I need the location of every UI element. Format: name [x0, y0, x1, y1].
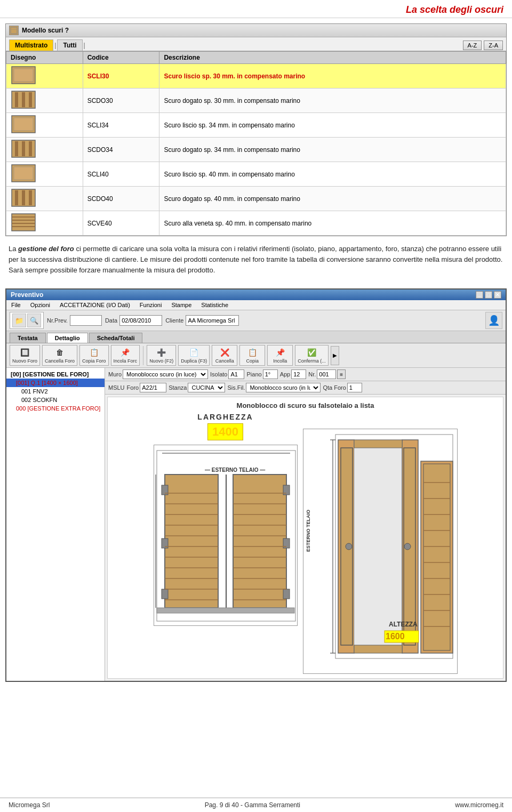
- menu-statistiche[interactable]: Statistiche: [199, 301, 230, 309]
- incolla-label: Incolla: [273, 359, 287, 364]
- sisfil-select[interactable]: Monoblocco scuro (in luce): [246, 383, 321, 392]
- tab-multistrato[interactable]: Multistrato: [9, 39, 53, 51]
- incola-forc-label: Incola Forc: [114, 359, 138, 364]
- app-input[interactable]: [291, 369, 306, 379]
- toolbar-icon-person[interactable]: 👤: [485, 312, 502, 329]
- toolbar-cliente-group: Cliente: [165, 315, 239, 326]
- data-input[interactable]: [119, 315, 162, 326]
- toolbar-icon-search[interactable]: 🔍: [27, 313, 41, 327]
- btn-copia[interactable]: 📋 Copia: [239, 345, 265, 366]
- btn-nuovo-f2[interactable]: ➕ Nuovo (F2): [147, 345, 176, 366]
- qta-foro-input[interactable]: [347, 383, 362, 392]
- svg-rect-17: [15, 190, 18, 205]
- duplica-f3-icon: 📄: [188, 347, 201, 358]
- menu-funzioni[interactable]: Funzioni: [138, 301, 164, 309]
- table-row[interactable]: SCLI30Scuro liscio sp. 30 mm. in compens…: [6, 64, 506, 89]
- cancella-icon: ❌: [218, 347, 231, 358]
- tree-item-extra-foro[interactable]: 000 [GESTIONE EXTRA FORO]: [6, 404, 105, 413]
- menu-accettazione[interactable]: ACCETTAZIONE (I/O Dati): [58, 301, 132, 309]
- tree-panel: [00] [GESTIONE DEL FORO] [001] Q.1 [1400…: [6, 368, 105, 681]
- row-description: Scuro liscio sp. 40 mm. in compensato ma…: [159, 162, 506, 187]
- svg-rect-66: [354, 440, 402, 448]
- nr-btn[interactable]: ≡: [337, 369, 346, 379]
- row-code: SCDO40: [83, 187, 159, 211]
- isolato-input[interactable]: [228, 369, 244, 379]
- sort-az-button[interactable]: A-Z: [463, 41, 482, 50]
- svg-rect-31: [162, 589, 168, 599]
- piano-input[interactable]: [263, 369, 278, 379]
- table-row[interactable]: SCLI40Scuro liscio sp. 40 mm. in compens…: [6, 162, 506, 187]
- drawing-left: LARGHEZZA 1400 — ESTERNO TELAIO —: [154, 413, 298, 626]
- minimize-button[interactable]: _: [476, 291, 483, 299]
- prev-window-buttons: _ □ ✕: [476, 291, 501, 299]
- drawing-title: Monoblocco di scuro su falsotelaio a lis…: [237, 401, 374, 409]
- tab-scheda-totali[interactable]: Scheda/Totali: [89, 333, 143, 343]
- prev-tabs: Testata Dettaglio Scheda/Totali: [6, 331, 506, 343]
- nr-input[interactable]: [317, 369, 336, 379]
- row-description: Scuro liscio sp. 30 mm. in compensato ma…: [159, 64, 506, 89]
- btn-incola-forc[interactable]: 📌 Incola Forc: [111, 345, 140, 366]
- table-row[interactable]: SCDO40Scuro dogato sp. 40 mm. in compens…: [6, 187, 506, 211]
- footer-company: Micromega Srl: [9, 801, 50, 809]
- menu-opzioni[interactable]: Opzioni: [29, 301, 52, 309]
- row-thumbnail: [6, 211, 83, 236]
- action-toolbar: 🔲 Nuovo Foro 🗑 Cancella Foro 📋 Copia For…: [6, 343, 506, 368]
- svg-rect-6: [22, 92, 25, 107]
- menu-file[interactable]: File: [10, 301, 22, 309]
- field-mslu: MSLU: [108, 384, 125, 391]
- tree-item-scokfn[interactable]: 002 SCOKFN: [6, 396, 105, 404]
- toolbar-more-button[interactable]: ▶: [331, 346, 339, 365]
- foro-input[interactable]: [140, 383, 166, 392]
- toolbar-icon-folder[interactable]: 📁: [12, 313, 26, 327]
- btn-copia-foro[interactable]: 📋 Copia Foro: [79, 345, 109, 366]
- sisfil-label: Sis.Fil.: [227, 384, 245, 391]
- row-thumbnail: [6, 138, 83, 162]
- close-button[interactable]: ✕: [494, 291, 501, 299]
- tab-tutti[interactable]: Tutti: [57, 39, 82, 51]
- table-row[interactable]: SCVE40Scuro alla veneta sp. 40 mm. in co…: [6, 211, 506, 236]
- nr-prev-input[interactable]: [70, 315, 102, 326]
- btn-duplica-f3[interactable]: 📄 Duplica (F3): [178, 345, 210, 366]
- table-row[interactable]: SCDO34Scuro dogato sp. 34 mm. in compens…: [6, 138, 506, 162]
- btn-nuovo-foro[interactable]: 🔲 Nuovo Foro: [10, 345, 40, 366]
- menu-stampe[interactable]: Stampe: [170, 301, 193, 309]
- prev-content: [00] [GESTIONE DEL FORO] [001] Q.1 [1400…: [6, 368, 506, 681]
- app-label: App: [280, 371, 291, 377]
- cliente-input[interactable]: [186, 315, 239, 326]
- field-isolato: Isolato: [210, 369, 244, 379]
- row-thumbnail: [6, 89, 83, 113]
- svg-rect-59: [157, 608, 294, 613]
- svg-point-70: [346, 543, 352, 550]
- row-description: Scuro dogato sp. 30 mm. in compensato ma…: [159, 89, 506, 113]
- maximize-button[interactable]: □: [485, 291, 492, 299]
- tab-testata[interactable]: Testata: [10, 333, 46, 343]
- btn-cancella[interactable]: ❌ Cancella: [212, 345, 237, 366]
- svg-rect-67: [354, 645, 402, 653]
- toolbar-fields: Nr.Prev.: [47, 315, 102, 326]
- prev-titlebar: Preventivo _ □ ✕: [6, 290, 506, 300]
- tree-item-fnv2[interactable]: 001 FNV2: [6, 387, 105, 396]
- section-view-svg: ESTERNO TELAIO: [303, 429, 458, 674]
- svg-text:ESTERNO TELAIO: ESTERNO TELAIO: [306, 510, 311, 552]
- stanza-select[interactable]: CUCINA: [188, 383, 225, 392]
- tree-item-q1[interactable]: [001] Q.1 [1400 × 1600]: [6, 379, 105, 387]
- nr-label: Nr.: [308, 371, 316, 377]
- copia-icon: 📋: [246, 347, 259, 358]
- cancella-foro-label: Cancella Foro: [45, 359, 75, 364]
- btn-conferma[interactable]: ✅ Conferma (...: [295, 345, 329, 366]
- table-row[interactable]: SCDO30Scuro dogato sp. 30 mm. in compens…: [6, 89, 506, 113]
- cancella-label: Cancella: [215, 359, 234, 364]
- btn-incolla[interactable]: 📌 Incolla: [267, 345, 293, 366]
- row-description: Scuro liscio sp. 34 mm. in compensato ma…: [159, 113, 506, 138]
- table-row[interactable]: SCLI34Scuro liscio sp. 34 mm. in compens…: [6, 113, 506, 138]
- svg-text:1600: 1600: [386, 632, 405, 641]
- muro-select[interactable]: Monoblocco scuro (in luce): [123, 369, 208, 379]
- tab-dettaglio[interactable]: Dettaglio: [47, 333, 88, 343]
- btn-cancella-foro[interactable]: 🗑 Cancella Foro: [42, 345, 77, 366]
- tree-item-gestione[interactable]: [00] [GESTIONE DEL FORO]: [6, 370, 105, 379]
- sort-za-button[interactable]: Z-A: [484, 41, 503, 50]
- field-nr: Nr. ≡: [308, 369, 346, 379]
- larghezza-label: LARGHEZZA: [197, 413, 253, 421]
- row-description: Scuro dogato sp. 34 mm. in compensato ma…: [159, 138, 506, 162]
- model-window: Modello scuri ? Multistrato | Tutti | A-…: [5, 23, 507, 236]
